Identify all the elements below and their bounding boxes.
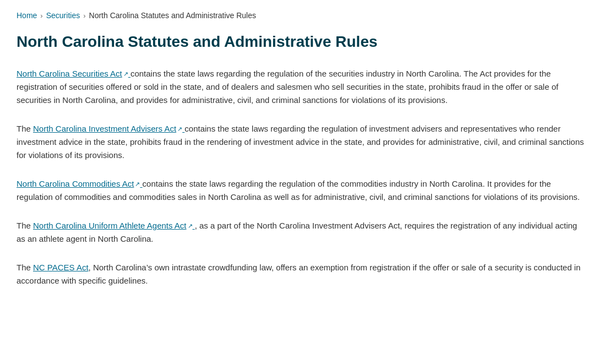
breadcrumb: Home › Securities › North Carolina Statu… <box>17 11 587 20</box>
external-link-icon-4: ↗ <box>188 221 193 231</box>
section-securities-act: North Carolina Securities Act↗ contains … <box>17 67 587 107</box>
link-commodities-act[interactable]: North Carolina Commodities Act↗ <box>17 179 143 188</box>
section-nc-paces-prefix: The <box>17 263 33 272</box>
section-nc-paces-text: , North Carolina’s own intrastate crowdf… <box>17 263 580 285</box>
section-commodities-act: North Carolina Commodities Act↗ contains… <box>17 177 587 204</box>
section-investment-advisers: The North Carolina Investment Advisers A… <box>17 122 587 162</box>
link-athlete-agents-act[interactable]: North Carolina Uniform Athlete Agents Ac… <box>33 221 195 230</box>
link-nc-paces-act[interactable]: NC PACES Act <box>33 263 89 272</box>
breadcrumb-separator-1: › <box>40 12 42 20</box>
section-nc-paces: The NC PACES Act, North Carolina’s own i… <box>17 261 587 287</box>
page-title: North Carolina Statutes and Administrati… <box>17 33 587 51</box>
section-investment-advisers-prefix: The <box>17 124 33 133</box>
external-link-icon-2: ↗ <box>177 124 182 134</box>
section-athlete-agents: The North Carolina Uniform Athlete Agent… <box>17 219 587 246</box>
external-link-icon-1: ↗ <box>123 69 128 79</box>
section-athlete-agents-prefix: The <box>17 221 33 230</box>
breadcrumb-home[interactable]: Home <box>17 11 37 20</box>
breadcrumb-separator-2: › <box>83 12 85 20</box>
breadcrumb-current: North Carolina Statutes and Administrati… <box>89 11 256 20</box>
link-securities-act[interactable]: North Carolina Securities Act↗ <box>17 69 130 78</box>
breadcrumb-securities[interactable]: Securities <box>46 11 80 20</box>
external-link-icon-3: ↗ <box>135 180 140 189</box>
link-investment-advisers-act[interactable]: North Carolina Investment Advisers Act↗ <box>33 124 184 133</box>
